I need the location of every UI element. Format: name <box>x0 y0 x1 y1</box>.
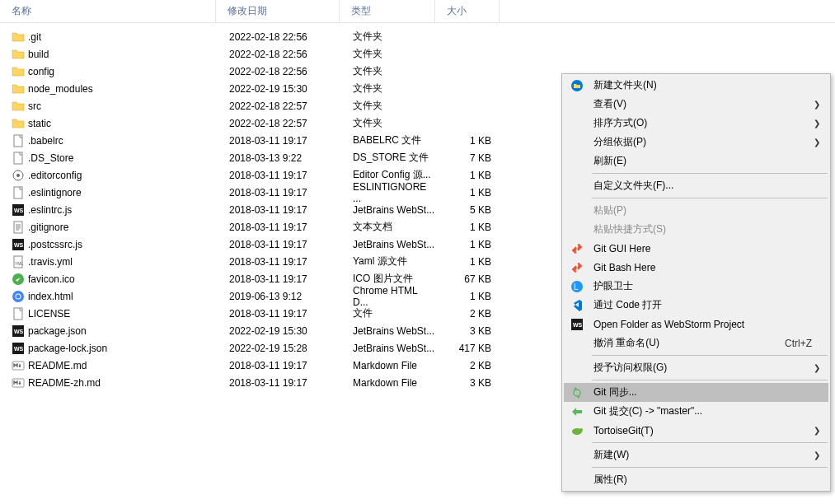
file-date: 2018-03-11 19:17 <box>216 256 340 268</box>
file-type: ESLINTIGNORE ... <box>340 181 435 204</box>
file-date: 2018-03-13 9:22 <box>216 152 340 164</box>
svg-point-15 <box>16 294 21 298</box>
file-size: 7 KB <box>435 152 500 164</box>
file-name: .babelrc <box>28 135 63 147</box>
file-icon <box>12 134 25 147</box>
menu-item-label: 新建文件夹(N) <box>587 78 828 92</box>
file-date: 2018-03-11 19:17 <box>216 273 340 285</box>
file-name: .postcssrc.js <box>28 239 82 250</box>
menu-item-label: Git GUI Here <box>587 243 828 254</box>
svg-text:WS: WS <box>573 322 583 328</box>
file-date: 2019-06-13 9:12 <box>216 291 340 302</box>
menu-item[interactable]: 分组依据(P)❯ <box>564 133 828 152</box>
column-header-name[interactable]: 名称 <box>0 0 216 22</box>
file-row[interactable]: build 2022-02-18 22:56 文件夹 <box>0 45 835 63</box>
menu-item-label: 粘贴快捷方式(S) <box>587 222 828 236</box>
menu-item[interactable]: Git GUI Here <box>564 239 828 258</box>
menu-item-icon <box>567 405 587 418</box>
file-date: 2022-02-19 15:30 <box>216 83 340 95</box>
menu-item-icon <box>567 449 587 462</box>
file-date: 2022-02-18 22:56 <box>216 31 340 43</box>
menu-item-label: 通过 Code 打开 <box>587 298 828 312</box>
menu-item-label: 粘贴(P) <box>587 203 828 217</box>
file-name: README-zh.md <box>28 377 101 389</box>
menu-item-label: 授予访问权限(G) <box>587 361 828 375</box>
menu-item-icon: L <box>567 280 587 293</box>
menu-item[interactable]: 刷新(E) <box>564 152 828 170</box>
svg-text:L: L <box>574 282 579 292</box>
menu-item-icon <box>567 424 587 437</box>
menu-item[interactable]: WS Open Folder as WebStorm Project <box>564 315 828 334</box>
menu-item[interactable]: 新建文件夹(N) <box>564 76 828 95</box>
menu-item[interactable]: 查看(V)❯ <box>564 95 828 114</box>
menu-item[interactable]: 属性(R) <box>564 470 828 489</box>
menu-item: 粘贴快捷方式(S) <box>564 220 828 239</box>
file-icon <box>12 30 25 44</box>
svg-point-34 <box>579 428 583 432</box>
file-name: static <box>28 118 51 129</box>
file-name: favicon.ico <box>28 273 75 285</box>
menu-item-label: 分组依据(P) <box>587 135 828 149</box>
menu-item-icon <box>567 386 587 399</box>
menu-item[interactable]: L 护眼卫士 <box>564 277 828 296</box>
menu-item-icon <box>567 98 587 111</box>
svg-text:WS: WS <box>14 208 24 213</box>
file-type: Chrome HTML D... <box>340 285 435 308</box>
menu-item-label: 属性(R) <box>587 473 828 487</box>
menu-item-icon <box>567 299 587 312</box>
file-type: 文本文档 <box>340 220 435 234</box>
file-date: 2018-03-11 19:17 <box>216 170 340 181</box>
file-name: config <box>28 66 54 77</box>
file-size: 417 KB <box>435 343 500 354</box>
menu-item-icon <box>567 204 587 217</box>
menu-item: 粘贴(P) <box>564 201 828 220</box>
menu-item[interactable]: 通过 Code 打开 <box>564 296 828 315</box>
svg-text:WS: WS <box>14 242 24 248</box>
menu-item-icon <box>567 223 587 236</box>
menu-item[interactable]: 排序方式(O)❯ <box>564 114 828 133</box>
column-header-date[interactable]: 修改日期 <box>216 0 340 22</box>
svg-text:WS: WS <box>14 346 24 352</box>
file-name: package.json <box>28 325 87 337</box>
file-date: 2022-02-18 22:57 <box>216 118 340 129</box>
menu-item-icon <box>567 242 587 255</box>
file-size: 1 KB <box>435 135 500 147</box>
svg-rect-4 <box>14 187 22 198</box>
menu-item[interactable]: Git Bash Here <box>564 258 828 277</box>
menu-item[interactable]: 自定义文件夹(F)... <box>564 176 828 195</box>
submenu-arrow-icon: ❯ <box>814 138 820 147</box>
menu-item-label: 撤消 重命名(U) <box>587 336 785 350</box>
file-date: 2018-03-11 19:17 <box>216 377 340 389</box>
file-date: 2018-03-11 19:17 <box>216 239 340 250</box>
file-type: 文件 <box>340 306 435 320</box>
file-size: 67 KB <box>435 273 500 285</box>
menu-item-label: Open Folder as WebStorm Project <box>587 319 828 330</box>
menu-item[interactable]: 新建(W)❯ <box>564 446 828 464</box>
file-icon: WS <box>12 324 25 338</box>
menu-item-icon: WS <box>567 318 587 331</box>
file-size: 1 KB <box>435 291 500 302</box>
menu-item-label: 查看(V) <box>587 97 828 111</box>
file-icon: YML <box>12 255 25 268</box>
column-header-size[interactable]: 大小 <box>435 0 500 22</box>
menu-item[interactable]: Git 同步... <box>564 383 828 402</box>
menu-item-icon <box>567 79 587 92</box>
file-type: DS_STORE 文件 <box>340 151 435 165</box>
menu-separator <box>592 173 828 174</box>
file-row[interactable]: .git 2022-02-18 22:56 文件夹 <box>0 28 835 45</box>
menu-item[interactable]: Git 提交(C) -> "master"... <box>564 402 828 421</box>
svg-point-3 <box>16 174 20 177</box>
file-icon <box>12 221 25 234</box>
menu-item[interactable]: 授予访问权限(G)❯ <box>564 358 828 377</box>
menu-item[interactable]: 撤消 重命名(U)Ctrl+Z <box>564 334 828 352</box>
file-date: 2022-02-19 15:28 <box>216 343 340 354</box>
column-header-type[interactable]: 类型 <box>340 0 435 22</box>
submenu-arrow-icon: ❯ <box>814 100 820 109</box>
file-name: .git <box>28 31 41 43</box>
menu-item-shortcut: Ctrl+Z <box>785 338 828 349</box>
file-type: BABELRC 文件 <box>340 133 435 147</box>
context-menu: 新建文件夹(N) 查看(V)❯ 排序方式(O)❯ 分组依据(P)❯ 刷新(E) … <box>561 73 831 492</box>
file-name: README.md <box>28 360 87 371</box>
menu-item[interactable]: TortoiseGit(T)❯ <box>564 421 828 440</box>
columns-header: 名称 修改日期 类型 大小 <box>0 0 835 23</box>
